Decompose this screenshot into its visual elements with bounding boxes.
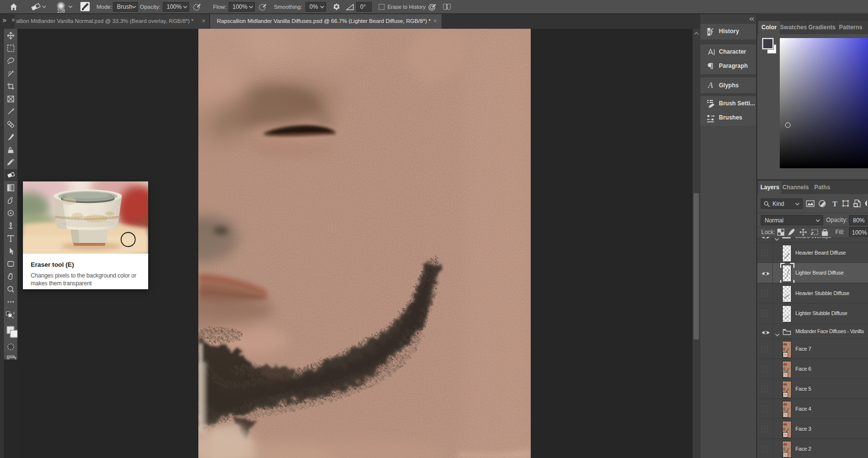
svg-text:A: A [708, 81, 713, 89]
svg-text:T: T [832, 200, 837, 208]
